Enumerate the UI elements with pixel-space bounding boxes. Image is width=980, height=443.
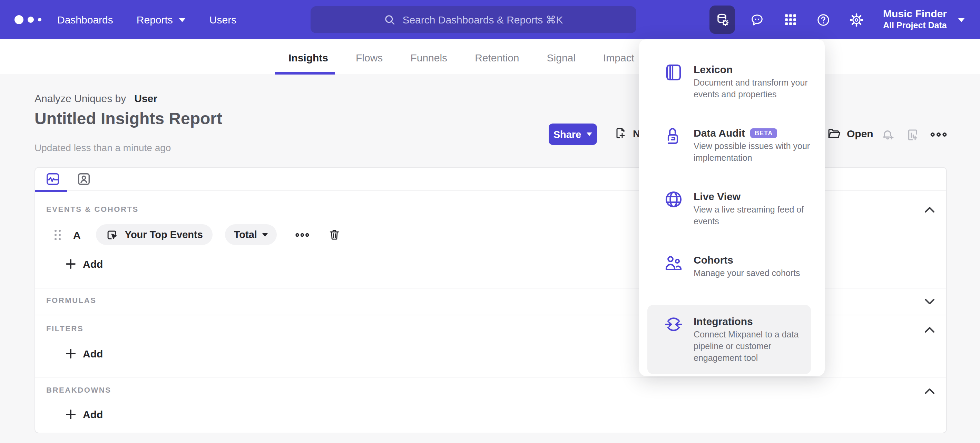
menu-item-live-view[interactable]: Live View View a live streaming feed of … (639, 190, 819, 228)
add-to-board-button[interactable] (905, 128, 920, 142)
section-label-formulas: FORMULAS (46, 296, 96, 304)
project-selector[interactable]: Music Finder All Project Data (883, 8, 947, 32)
chevron-down-icon (179, 17, 186, 22)
analyze-prefix: Analyze Uniques by (35, 92, 126, 104)
chevron-down-icon (587, 132, 592, 136)
bell-plus-icon (881, 128, 895, 142)
section-label-events: EVENTS & COHORTS (46, 205, 139, 213)
menu-item-title: Lexicon (694, 63, 733, 76)
feedback-bubble-icon (750, 12, 765, 27)
settings-button[interactable] (845, 12, 869, 27)
events-view-tab[interactable] (45, 171, 61, 187)
analyze-by-line: Analyze Uniques byUser (35, 92, 158, 104)
menu-item-description: Connect Mixpanel to a data pipeline or c… (694, 329, 811, 364)
tab-retention[interactable]: Retention (475, 51, 519, 63)
main-nav: Dashboards Reports Users (57, 14, 236, 25)
file-plus-icon (614, 126, 627, 140)
plus-icon (65, 348, 76, 359)
nav-dashboards[interactable]: Dashboards (57, 14, 113, 25)
analyze-entity-selector[interactable]: User (134, 92, 158, 104)
profiles-view-tab[interactable] (76, 171, 92, 187)
alert-add-button[interactable] (881, 128, 895, 142)
menu-item-integrations[interactable]: Integrations Connect Mixpanel to a data … (648, 305, 811, 374)
menu-item-description: View possible issues with your implement… (694, 141, 819, 164)
updated-timestamp: Updated less than a minute ago (35, 142, 171, 153)
menu-item-cohorts[interactable]: Cohorts Manage your saved cohorts (639, 253, 819, 279)
event-row-letter: A (73, 229, 81, 240)
menu-item-lexicon[interactable]: Lexicon Document and transform your even… (639, 63, 819, 101)
tab-funnels[interactable]: Funnels (410, 51, 447, 63)
tab-impact[interactable]: Impact (603, 51, 634, 63)
chevron-up-icon (924, 388, 935, 395)
menu-item-title: Cohorts (694, 253, 733, 267)
menu-item-data-audit[interactable]: Data Audit BETA View possible issues wit… (639, 126, 819, 164)
cohorts-people-icon (664, 253, 683, 273)
section-label-filters: FILTERS (46, 324, 84, 333)
board-add-icon (905, 128, 920, 142)
builder-active-tab-underline (35, 190, 67, 192)
tab-insights[interactable]: Insights (288, 51, 328, 63)
apps-grid-icon (783, 13, 798, 27)
tab-flows[interactable]: Flows (356, 51, 383, 63)
help-button[interactable] (811, 12, 836, 27)
chevron-down-icon[interactable] (958, 17, 965, 22)
pulse-chart-icon (45, 171, 61, 187)
main-content: Analyze Uniques byUser Untitled Insights… (0, 75, 980, 443)
lexicon-book-icon (664, 63, 683, 82)
event-cursor-icon (106, 228, 119, 241)
apps-grid-button[interactable] (778, 13, 803, 27)
share-button[interactable]: Share (549, 124, 597, 145)
live-view-globe-icon (664, 190, 683, 209)
more-actions-button[interactable] (930, 131, 948, 138)
nav-users[interactable]: Users (210, 14, 236, 25)
gear-icon (849, 12, 864, 27)
drag-handle-icon[interactable] (54, 229, 61, 240)
section-label-breakdowns: BREAKDOWNS (46, 386, 111, 394)
menu-item-title: Data Audit (694, 126, 745, 140)
plus-icon (65, 409, 76, 419)
aggregation-value: Total (234, 229, 257, 240)
search-placeholder: Search Dashboards & Reports ⌘K (402, 13, 563, 26)
add-filter-button[interactable]: Add (65, 348, 103, 359)
event-name: Your Top Events (125, 229, 203, 240)
chevron-up-icon (924, 326, 935, 333)
tab-signal[interactable]: Signal (547, 51, 576, 63)
collapse-breakdowns-button[interactable] (924, 385, 935, 397)
beta-badge: BETA (751, 129, 777, 138)
app-window: Dashboards Reports Users Search Dashboar… (0, 0, 980, 443)
collapse-events-button[interactable] (924, 203, 935, 216)
mixpanel-logo[interactable] (14, 15, 46, 24)
menu-item-description: Manage your saved cohorts (694, 268, 819, 279)
page-title: Untitled Insights Report (35, 109, 222, 129)
event-selector[interactable]: Your Top Events (96, 224, 213, 245)
folder-icon (827, 126, 841, 141)
event-row: A Your Top Events Total (54, 224, 341, 245)
feedback-button[interactable] (745, 12, 770, 27)
data-management-menu: Lexicon Document and transform your even… (639, 39, 825, 376)
project-name: Music Finder (883, 8, 947, 21)
add-breakdown-button[interactable]: Add (65, 408, 103, 420)
menu-item-title: Integrations (694, 314, 753, 329)
add-event-button[interactable]: Add (65, 258, 103, 270)
profile-icon (76, 171, 92, 187)
data-management-button[interactable] (710, 6, 735, 34)
global-search-input[interactable]: Search Dashboards & Reports ⌘K (310, 6, 636, 33)
event-row-more-button[interactable] (295, 232, 310, 238)
top-nav: Dashboards Reports Users Search Dashboar… (0, 0, 980, 39)
database-gear-icon (714, 12, 730, 28)
menu-item-title: Live View (694, 190, 741, 203)
chevron-down-icon (924, 298, 935, 305)
section-divider (35, 377, 946, 378)
nav-right-cluster: Music Finder All Project Data (710, 0, 980, 39)
trash-icon (328, 228, 341, 241)
nav-reports[interactable]: Reports (137, 14, 186, 25)
expand-formulas-button[interactable] (924, 295, 935, 308)
collapse-filters-button[interactable] (924, 324, 935, 336)
integrations-sync-icon (664, 314, 683, 334)
open-report-button[interactable]: Open (827, 126, 873, 141)
data-audit-lock-icon (664, 126, 683, 146)
event-row-delete-button[interactable] (328, 228, 341, 241)
project-scope: All Project Data (883, 21, 947, 32)
plus-icon (65, 259, 76, 269)
aggregation-selector[interactable]: Total (225, 224, 277, 245)
